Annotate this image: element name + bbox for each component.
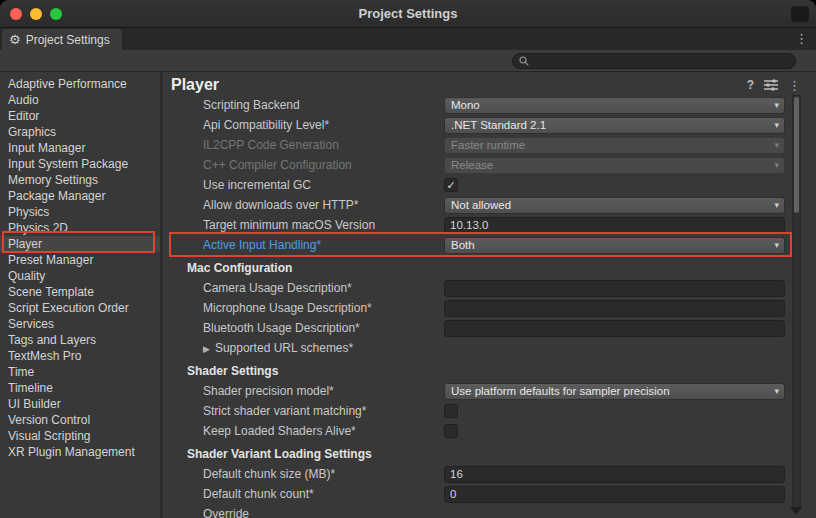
field-default-chunk-count[interactable] xyxy=(444,486,785,503)
content-area: Adaptive PerformanceAudioEditorGraphicsI… xyxy=(0,72,816,518)
label-override: Override xyxy=(163,507,444,518)
project-settings-window: Project Settings ⚙ Project Settings ⋮ Ad… xyxy=(0,0,816,518)
row-active-input-handling: Active Input Handling*Both▾ xyxy=(163,235,816,255)
value-default-chunk-count xyxy=(444,486,785,503)
sidebar-item-timeline[interactable]: Timeline xyxy=(0,380,160,396)
value-il2cpp-code-generation: Faster runtime▾ xyxy=(444,137,785,154)
close-button[interactable] xyxy=(10,8,22,20)
label-use-incremental-gc: Use incremental GC xyxy=(163,178,444,192)
value-api-compatibility-level: .NET Standard 2.1▾ xyxy=(444,117,785,134)
row-allow-downloads-over-http: Allow downloads over HTTP*Not allowed▾ xyxy=(163,195,816,215)
gear-icon: ⚙ xyxy=(9,33,21,46)
label-supported-url-schemes[interactable]: ▶Supported URL schemes* xyxy=(163,341,444,355)
value-shader-precision-model: Use platform defaults for sampler precis… xyxy=(444,383,785,400)
chevron-down-icon: ▾ xyxy=(774,100,779,110)
label-scripting-backend: Scripting Backend xyxy=(163,98,444,112)
dropdown-c-compiler-configuration: Release▾ xyxy=(444,157,785,174)
search-input[interactable] xyxy=(533,55,789,67)
checkbox-strict-shader-variant-matching[interactable] xyxy=(444,404,458,418)
more-menu-icon[interactable]: ⋮ xyxy=(788,79,801,92)
value-scripting-backend: Mono▾ xyxy=(444,97,785,114)
tab-menu-icon[interactable]: ⋮ xyxy=(795,31,808,46)
sidebar-item-scene-template[interactable]: Scene Template xyxy=(0,284,160,300)
sidebar-item-audio[interactable]: Audio xyxy=(0,92,160,108)
dropdown-value: Use platform defaults for sampler precis… xyxy=(451,385,770,397)
row-supported-url-schemes: ▶Supported URL schemes* xyxy=(163,338,816,358)
sidebar-item-textmesh-pro[interactable]: TextMesh Pro xyxy=(0,348,160,364)
dropdown-il2cpp-code-generation: Faster runtime▾ xyxy=(444,137,785,154)
row-target-minimum-macos-version: Target minimum macOS Version xyxy=(163,215,816,235)
sidebar-item-input-manager[interactable]: Input Manager xyxy=(0,140,160,156)
dropdown-scripting-backend[interactable]: Mono▾ xyxy=(444,97,785,114)
titlebar: Project Settings xyxy=(0,0,816,28)
chevron-down-icon: ▾ xyxy=(774,140,779,150)
dropdown-value: Faster runtime xyxy=(451,139,770,151)
sidebar-item-editor[interactable]: Editor xyxy=(0,108,160,124)
field-microphone-usage-description[interactable] xyxy=(444,300,785,317)
sidebar-item-visual-scripting[interactable]: Visual Scripting xyxy=(0,428,160,444)
help-icon[interactable]: ? xyxy=(747,79,754,91)
row-bluetooth-usage-description: Bluetooth Usage Description* xyxy=(163,318,816,338)
sidebar-item-graphics[interactable]: Graphics xyxy=(0,124,160,140)
sidebar-item-memory-settings[interactable]: Memory Settings xyxy=(0,172,160,188)
value-use-incremental-gc: ✓ xyxy=(444,178,785,192)
sidebar-item-xr-plugin-management[interactable]: XR Plugin Management xyxy=(0,444,160,460)
settings-panel: Player ? ⋮ Scripting BackendMono▾Api Com… xyxy=(163,72,816,518)
sidebar-item-ui-builder[interactable]: UI Builder xyxy=(0,396,160,412)
field-bluetooth-usage-description[interactable] xyxy=(444,320,785,337)
traffic-lights xyxy=(10,8,62,20)
dropdown-value: Mono xyxy=(451,99,770,111)
row-default-chunk-size-mb: Default chunk size (MB)* xyxy=(163,464,816,484)
sidebar-item-adaptive-performance[interactable]: Adaptive Performance xyxy=(0,76,160,92)
label-api-compatibility-level: Api Compatibility Level* xyxy=(163,118,444,132)
row-keep-loaded-shaders-alive: Keep Loaded Shaders Alive* xyxy=(163,421,816,441)
chevron-down-icon: ▾ xyxy=(774,200,779,210)
zoom-button[interactable] xyxy=(50,8,62,20)
minimize-button[interactable] xyxy=(30,8,42,20)
sidebar-item-script-execution-order[interactable]: Script Execution Order xyxy=(0,300,160,316)
vertical-scrollbar[interactable] xyxy=(792,95,801,508)
field-target-minimum-macos-version[interactable] xyxy=(444,217,785,234)
page-title: Player xyxy=(171,76,219,94)
checkbox-keep-loaded-shaders-alive[interactable] xyxy=(444,424,458,438)
value-camera-usage-description xyxy=(444,280,785,297)
row-default-chunk-count: Default chunk count* xyxy=(163,484,816,504)
sidebar-item-player[interactable]: Player xyxy=(0,236,160,252)
search-box[interactable] xyxy=(512,53,796,69)
tab-label: Project Settings xyxy=(26,33,110,47)
corner-grip-icon xyxy=(790,507,802,515)
dropdown-active-input-handling[interactable]: Both▾ xyxy=(444,237,785,254)
row-c-compiler-configuration: C++ Compiler ConfigurationRelease▾ xyxy=(163,155,816,175)
sidebar-item-preset-manager[interactable]: Preset Manager xyxy=(0,252,160,268)
row-override: Override xyxy=(163,504,816,518)
sidebar-item-time[interactable]: Time xyxy=(0,364,160,380)
sidebar-item-version-control[interactable]: Version Control xyxy=(0,412,160,428)
dropdown-allow-downloads-over-http[interactable]: Not allowed▾ xyxy=(444,197,785,214)
row-scripting-backend: Scripting BackendMono▾ xyxy=(163,95,816,115)
value-c-compiler-configuration: Release▾ xyxy=(444,157,785,174)
dropdown-shader-precision-model[interactable]: Use platform defaults for sampler precis… xyxy=(444,383,785,400)
row-strict-shader-variant-matching: Strict shader variant matching* xyxy=(163,401,816,421)
sidebar-item-physics[interactable]: Physics xyxy=(0,204,160,220)
label-default-chunk-size-mb: Default chunk size (MB)* xyxy=(163,467,444,481)
sidebar-list: Adaptive PerformanceAudioEditorGraphicsI… xyxy=(0,72,163,518)
label-default-chunk-count: Default chunk count* xyxy=(163,487,444,501)
field-default-chunk-size-mb[interactable] xyxy=(444,466,785,483)
label-target-minimum-macos-version: Target minimum macOS Version xyxy=(163,218,444,232)
label-bluetooth-usage-description: Bluetooth Usage Description* xyxy=(163,321,444,335)
label-allow-downloads-over-http: Allow downloads over HTTP* xyxy=(163,198,444,212)
sidebar-item-services[interactable]: Services xyxy=(0,316,160,332)
checkbox-use-incremental-gc[interactable]: ✓ xyxy=(444,178,458,192)
field-camera-usage-description[interactable] xyxy=(444,280,785,297)
sidebar-item-quality[interactable]: Quality xyxy=(0,268,160,284)
sidebar-item-physics-2d[interactable]: Physics 2D xyxy=(0,220,160,236)
label-microphone-usage-description: Microphone Usage Description* xyxy=(163,301,444,315)
tab-project-settings[interactable]: ⚙ Project Settings xyxy=(2,29,122,50)
sidebar-item-package-manager[interactable]: Package Manager xyxy=(0,188,160,204)
presets-icon[interactable] xyxy=(764,79,778,91)
sidebar-item-input-system-package[interactable]: Input System Package xyxy=(0,156,160,172)
scrollbar-thumb[interactable] xyxy=(794,97,799,213)
chevron-down-icon: ▾ xyxy=(774,240,779,250)
sidebar-item-tags-and-layers[interactable]: Tags and Layers xyxy=(0,332,160,348)
dropdown-api-compatibility-level[interactable]: .NET Standard 2.1▾ xyxy=(444,117,785,134)
